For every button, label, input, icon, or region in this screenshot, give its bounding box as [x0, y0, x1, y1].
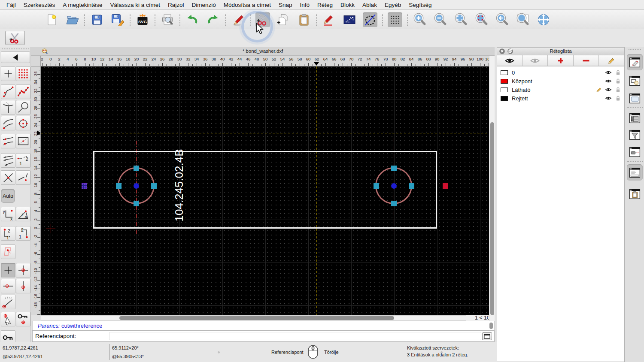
selection-handle[interactable]	[116, 183, 122, 189]
zoom-pan-button[interactable]	[536, 12, 551, 27]
paste-button[interactable]	[297, 12, 311, 27]
dock-layer-list-button[interactable]	[627, 54, 643, 70]
layer-visibility-eye-icon[interactable]	[605, 70, 612, 75]
horizontal-scrollbar-thumb[interactable]	[119, 316, 394, 320]
command-input-row[interactable]: Referenciapont:	[32, 330, 495, 342]
snap-endpoint-button[interactable]	[16, 279, 30, 293]
dock-entity-filter-button[interactable]	[627, 127, 643, 143]
selection-handle[interactable]	[391, 201, 397, 206]
tool-modify-button[interactable]	[1, 153, 15, 168]
command-fullscreen-button[interactable]	[482, 332, 492, 340]
tool-arcs-button[interactable]	[1, 116, 15, 130]
menu-item-dimenzió[interactable]: Dimenzió	[188, 2, 219, 8]
tool-circle-points-button[interactable]	[16, 116, 30, 130]
menu-item-egyéb[interactable]: Egyéb	[381, 2, 405, 8]
snap-intersection-button[interactable]	[1, 170, 15, 185]
dock-entity-list-button[interactable]	[627, 110, 643, 126]
menu-item-blokk[interactable]: Blokk	[337, 2, 358, 8]
circle-center-point[interactable]	[391, 183, 397, 189]
layer-row-látható[interactable]: Látható	[497, 85, 624, 94]
lock-relative-zero-button[interactable]	[16, 312, 30, 326]
menu-item-infó[interactable]: Infó	[296, 2, 314, 8]
snap-select-point-button[interactable]	[1, 312, 15, 326]
save-as-button[interactable]	[110, 12, 125, 27]
tool-two-point-button[interactable]: 12	[16, 153, 30, 168]
modify-layer-button[interactable]	[598, 55, 624, 66]
edit-attributes-button[interactable]	[322, 12, 336, 27]
vertical-scrollbar-thumb[interactable]	[490, 122, 494, 315]
menu-item-szerkesztés[interactable]: Szerkesztés	[20, 2, 59, 8]
remove-layer-button[interactable]	[573, 55, 599, 66]
selection-handle[interactable]	[391, 166, 397, 171]
layer-row-rejtett[interactable]: Rejtett	[497, 94, 624, 103]
dock-command-line-button[interactable]	[627, 164, 643, 181]
horizontal-scrollbar[interactable]	[41, 315, 489, 321]
command-input-field[interactable]	[109, 332, 481, 340]
save-button[interactable]	[90, 12, 104, 27]
ref-order-2-button[interactable]: 12	[16, 226, 30, 241]
selection-handle[interactable]	[374, 183, 379, 189]
coord-cartesian-button[interactable]: yx	[1, 207, 15, 221]
selection-handle[interactable]	[151, 183, 157, 189]
layer-lock-icon[interactable]	[614, 95, 622, 101]
menu-item-válassza-ki-a-címet[interactable]: Válassza ki a címet	[106, 2, 164, 8]
layer-row-központ[interactable]: Központ	[497, 77, 624, 85]
layer-visibility-eye-icon[interactable]	[605, 78, 612, 84]
dock-drag-handle[interactable]	[629, 49, 641, 50]
snap-on-entity-button[interactable]	[16, 170, 30, 185]
delete-selected-button[interactable]	[231, 12, 245, 27]
layer-row-0[interactable]: 0	[497, 68, 624, 77]
layer-visibility-eye-icon[interactable]	[605, 87, 612, 92]
zoom-out-button[interactable]	[433, 12, 448, 27]
tool-spline-button[interactable]	[1, 84, 15, 99]
layer-lock-icon[interactable]	[614, 87, 622, 93]
tool-trim-button[interactable]	[1, 100, 15, 115]
selection-handle[interactable]	[134, 201, 139, 206]
menu-item-rajzol[interactable]: Rajzol	[164, 2, 188, 8]
dock-clipboard-button[interactable]	[627, 186, 643, 202]
snap-angle-button[interactable]	[1, 295, 15, 309]
palette-drag-handle[interactable]	[2, 48, 29, 49]
selection-handle[interactable]	[134, 166, 139, 171]
undo-button[interactable]	[185, 12, 200, 27]
svg-export-button[interactable]: SVG	[135, 12, 150, 27]
vertical-scrollbar[interactable]	[489, 56, 495, 321]
menu-item-fájl[interactable]: Fájl	[3, 2, 20, 8]
zoom-previous-button[interactable]	[495, 12, 510, 27]
layer-panel-titlebar[interactable]: Réteglista	[497, 48, 624, 55]
tool-polyline-button[interactable]	[16, 84, 30, 99]
redo-button[interactable]	[206, 12, 220, 27]
selected-point-marker[interactable]	[82, 183, 87, 189]
active-tool-button[interactable]	[5, 31, 25, 45]
copy-with-reference-button[interactable]	[276, 12, 291, 27]
command-history-scrollbar[interactable]	[489, 323, 493, 329]
tool-offset-button[interactable]	[1, 134, 15, 148]
zoom-redraw-button[interactable]	[474, 12, 489, 27]
show-all-layers-button[interactable]	[497, 55, 522, 66]
menu-item-a-megtekintése[interactable]: A megtekintése	[59, 2, 106, 8]
zoom-auto-button[interactable]	[454, 12, 468, 27]
dimension-text[interactable]: 104.245.02.4B	[173, 149, 186, 221]
snap-free-button[interactable]	[1, 263, 15, 278]
menu-item-snap[interactable]: Snap	[275, 2, 296, 8]
dock-block-list-button[interactable]	[627, 72, 643, 89]
tool-point-button[interactable]	[1, 66, 15, 81]
grid-toggle-button[interactable]	[388, 12, 402, 27]
zoom-window-button[interactable]	[516, 12, 530, 27]
relative-zero-marker[interactable]	[443, 183, 448, 189]
menu-item-módosítsa-a-címet[interactable]: Módosítsa a címet	[220, 2, 275, 8]
layer-lock-icon[interactable]	[614, 69, 622, 75]
selection-handle[interactable]	[409, 183, 414, 189]
add-layer-button[interactable]	[547, 55, 573, 66]
dock-library-browser-button[interactable]	[627, 90, 643, 106]
mirror-button[interactable]	[363, 12, 377, 27]
layer-visibility-eye-icon[interactable]	[605, 96, 612, 101]
tool-rect-diagonal-button[interactable]	[16, 134, 30, 148]
snap-auto-button[interactable]: Auto	[1, 189, 15, 203]
menu-item-ablak[interactable]: Ablak	[358, 2, 381, 8]
snap-entity-button[interactable]	[1, 244, 15, 259]
zoom-in-button[interactable]	[413, 12, 427, 27]
open-file-button[interactable]	[65, 12, 79, 27]
document-title-bar[interactable]: * bond_washer.dxf	[31, 47, 495, 56]
snap-grid-point-button[interactable]	[16, 263, 30, 278]
